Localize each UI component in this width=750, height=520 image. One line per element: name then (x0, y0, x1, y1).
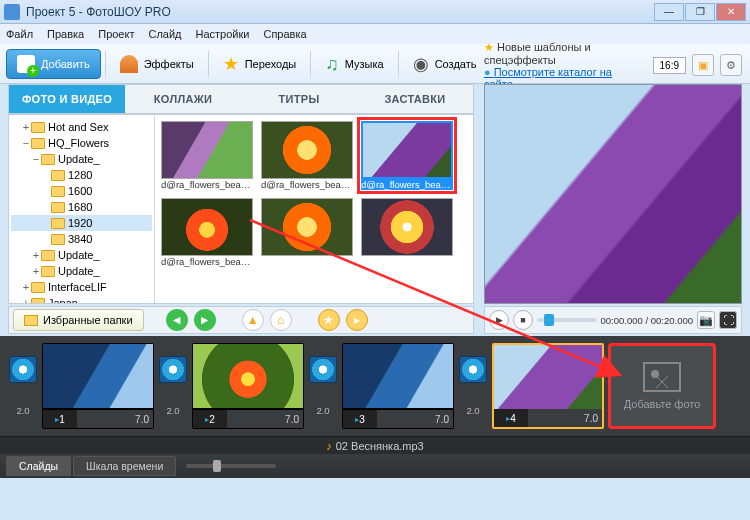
transition-icon (459, 356, 487, 383)
slide-duration: 7.0 (528, 409, 602, 427)
transition-slot[interactable]: 2.0 (8, 356, 38, 416)
slide-image (343, 344, 453, 408)
gear-icon: ⚙ (726, 59, 736, 72)
timeline-panel: 2.017.02.027.02.037.02.047.0Добавьте фот… (0, 336, 750, 478)
slide-index: 4 (494, 409, 528, 427)
close-button[interactable]: ✕ (716, 3, 746, 21)
slide-strip[interactable]: 2.017.02.027.02.037.02.047.0Добавьте фот… (0, 336, 750, 436)
menu-project[interactable]: Проект (98, 28, 134, 40)
thumbnail-image (261, 198, 353, 256)
add-button[interactable]: Добавить (6, 49, 101, 79)
menu-file[interactable]: Файл (6, 28, 33, 40)
thumbnail-caption: d@ra_flowers_beauty (33… (161, 179, 253, 190)
slide-index: 1 (43, 410, 77, 428)
theme-button[interactable]: ▣ (692, 54, 714, 76)
transition-slot[interactable]: 2.0 (308, 356, 338, 416)
tab-photo-video[interactable]: ФОТО И ВИДЕО (9, 85, 125, 113)
app-icon (4, 4, 20, 20)
favorites-button[interactable]: Избранные папки (13, 309, 144, 331)
nav-up-button[interactable]: ▲ (242, 309, 264, 331)
thumbnail[interactable] (261, 198, 353, 267)
transition-slot[interactable]: 2.0 (458, 356, 488, 416)
thumbnail-image (361, 121, 453, 179)
thumbnail[interactable] (361, 198, 453, 267)
tree-node[interactable]: +Hot and Sex (11, 119, 152, 135)
fullscreen-button[interactable]: ⛶ (719, 311, 737, 329)
maximize-button[interactable]: ❐ (685, 3, 715, 21)
tree-node[interactable]: 1600 (11, 183, 152, 199)
favorites-label: Избранные папки (43, 314, 133, 326)
zoom-slider[interactable] (186, 464, 276, 468)
tab-collages[interactable]: КОЛЛАЖИ (125, 85, 241, 113)
thumbnail-caption: d@ra_flowers_beauty (45… (261, 179, 353, 190)
view-slides-tab[interactable]: Слайды (6, 456, 71, 476)
preview-image (485, 85, 741, 303)
transition-slot[interactable]: 2.0 (158, 356, 188, 416)
tab-screensavers[interactable]: ЗАСТАВКИ (357, 85, 473, 113)
open-folder-button[interactable]: ▸ (346, 309, 368, 331)
timeline-slide[interactable]: 37.0 (342, 343, 454, 429)
tree-node[interactable]: 1920 (11, 215, 152, 231)
view-timeline-tab[interactable]: Шкала времени (73, 456, 176, 476)
nav-back-button[interactable]: ◄ (166, 309, 188, 331)
menu-slide[interactable]: Слайд (148, 28, 181, 40)
snapshot-button[interactable]: 📷 (697, 311, 715, 329)
nav-forward-button[interactable]: ► (194, 309, 216, 331)
thumbnail[interactable]: d@ra_flowers_beauty (47… (161, 198, 253, 267)
tree-node[interactable]: +Update_ (11, 247, 152, 263)
tree-node[interactable]: 1280 (11, 167, 152, 183)
preview-pane (484, 84, 742, 304)
tree-node[interactable]: −Update_ (11, 151, 152, 167)
transitions-label: Переходы (245, 58, 297, 70)
music-label: Музыка (345, 58, 384, 70)
menu-help[interactable]: Справка (263, 28, 306, 40)
stop-button[interactable]: ■ (513, 310, 533, 330)
menu-edit[interactable]: Правка (47, 28, 84, 40)
minimize-button[interactable]: — (654, 3, 684, 21)
menu-settings[interactable]: Настройки (196, 28, 250, 40)
tree-node[interactable]: 3840 (11, 231, 152, 247)
tab-titles[interactable]: ТИТРЫ (241, 85, 357, 113)
thumbnail[interactable]: d@ra_flowers_beauty (46… (361, 121, 453, 190)
timeline-slide[interactable]: 47.0 (492, 343, 604, 429)
slide-image (43, 344, 153, 408)
seek-slider[interactable] (537, 318, 597, 322)
create-button[interactable]: ◉ Создать (403, 49, 487, 79)
add-folder-button[interactable]: ★ (318, 309, 340, 331)
tree-node[interactable]: +Japan (11, 295, 152, 303)
settings-button[interactable]: ⚙ (720, 54, 742, 76)
seek-knob[interactable] (544, 314, 554, 326)
nav-home-button[interactable]: ⌂ (270, 309, 292, 331)
timeline-slide[interactable]: 27.0 (192, 343, 304, 429)
thumbnail-image (261, 121, 353, 179)
titlebar: Проект 5 - ФотоШОУ PRO — ❐ ✕ (0, 0, 750, 24)
audio-filename: 02 Веснянка.mp3 (336, 440, 424, 452)
transition-icon (9, 356, 37, 383)
tree-node[interactable]: −HQ_Flowers (11, 135, 152, 151)
thumbnail-caption: d@ra_flowers_beauty (46… (361, 179, 453, 190)
music-button[interactable]: ♫ Музыка (315, 49, 393, 79)
transition-duration: 2.0 (16, 405, 29, 416)
browser-toolbar: Избранные папки ◄ ► ▲ ⌂ ★ ▸ (8, 306, 474, 334)
tree-node[interactable]: +InterfaceLIF (11, 279, 152, 295)
timeline-slide[interactable]: 17.0 (42, 343, 154, 429)
thumbnail[interactable]: d@ra_flowers_beauty (33… (161, 121, 253, 190)
aspect-ratio-selector[interactable]: 16:9 (653, 57, 686, 74)
add-photo-slot[interactable]: Добавьте фото (608, 343, 716, 429)
timeline-footer: Слайды Шкала времени (0, 454, 750, 478)
tree-node[interactable]: +Update_ (11, 263, 152, 279)
add-label: Добавить (41, 58, 90, 70)
play-button[interactable]: ▶ (489, 310, 509, 330)
zoom-knob[interactable] (213, 460, 221, 472)
slide-index: 2 (193, 410, 227, 428)
transitions-button[interactable]: ★ Переходы (213, 49, 307, 79)
folder-tree[interactable]: +Hot and Sex−HQ_Flowers−Update_128016001… (9, 115, 155, 303)
tree-node[interactable]: 1680 (11, 199, 152, 215)
sun-icon: ▣ (698, 59, 708, 72)
effects-button[interactable]: Эффекты (110, 49, 204, 79)
audio-track[interactable]: ♪ 02 Веснянка.mp3 (0, 436, 750, 454)
audio-icon: ♪ (326, 440, 332, 452)
thumbnail[interactable]: d@ra_flowers_beauty (45… (261, 121, 353, 190)
add-photo-label: Добавьте фото (624, 398, 701, 410)
slide-index: 3 (343, 410, 377, 428)
